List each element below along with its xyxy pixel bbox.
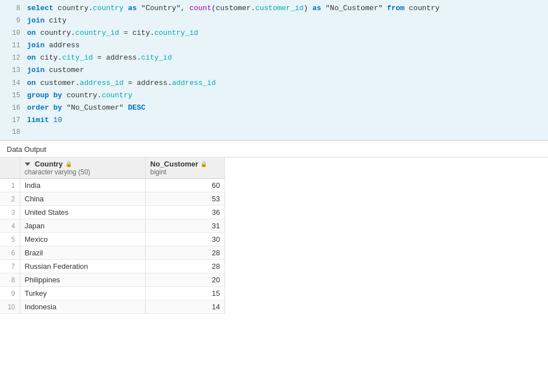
no-customer-value: 31 [146,219,225,233]
table-row: 7Russian Federation28 [0,260,225,273]
row-number-header [0,157,20,179]
column-type: bigint [150,168,220,176]
table-row: 8Philippines20 [0,273,225,287]
table-row: 3United States36 [0,206,225,219]
no-customer-value: 53 [146,192,225,206]
data-table-wrapper[interactable]: Country🔒character varying (50)No_Custome… [0,157,548,314]
row-index: 5 [0,233,20,246]
code-line-9: 9join city [0,15,548,27]
column-header-country[interactable]: Country🔒character varying (50) [20,157,145,179]
country-value: Indonesia [20,300,145,314]
code-line-13: 13join customer [0,64,548,76]
line-number: 17 [5,115,20,126]
code-line-11: 11join address [0,39,548,52]
row-index: 4 [0,219,20,233]
row-index: 1 [0,179,20,192]
data-output-label: Data Output [0,141,548,157]
country-value: Brazil [20,246,145,260]
lock-icon: 🔒 [65,161,72,167]
country-value: Turkey [20,287,145,300]
no-customer-value: 36 [146,206,225,219]
no-customer-value: 28 [146,246,225,260]
code-line-14: 14on customer.address_id = address.addre… [0,77,548,89]
column-type: character varying (50) [25,168,141,176]
country-value: China [20,192,145,206]
line-content: join address [27,39,80,52]
no-customer-value: 28 [146,260,225,273]
column-name: Country [35,160,63,168]
editor-area: 8select country.country as "Country", co… [0,0,548,141]
line-number: 12 [5,52,20,64]
line-content: on country.country_id = city.country_id [27,27,198,39]
column-name: No_Customer [150,160,198,168]
country-value: India [20,179,145,192]
no-customer-value: 14 [146,300,225,314]
table-row: 9Turkey15 [0,287,225,300]
line-content: join city [27,15,66,27]
line-number: 9 [5,15,20,26]
no-customer-value: 15 [146,287,225,300]
row-index: 9 [0,287,20,300]
table-row: 10Indonesia14 [0,300,225,314]
table-row: 6Brazil28 [0,246,225,260]
table-row: 5Mexico30 [0,233,225,246]
line-content: group by country.country [27,89,132,102]
country-value: Philippines [20,273,145,287]
row-index: 10 [0,300,20,314]
table-row: 1India60 [0,179,225,192]
line-content: on city.city_id = address.city_id [27,52,172,64]
row-index: 2 [0,192,20,206]
code-line-18: 18 [0,127,548,138]
table-row: 4Japan31 [0,219,225,233]
table-row: 2China53 [0,192,225,206]
code-line-10: 10on country.country_id = city.country_i… [0,27,548,39]
line-content: on customer.address_id = address.address… [27,77,215,89]
line-content: limit 10 [27,114,62,127]
code-line-12: 12on city.city_id = address.city_id [0,52,548,64]
line-number: 10 [5,28,20,39]
column-header-no_customer[interactable]: No_Customer🔒bigint [146,157,225,179]
row-index: 3 [0,206,20,219]
country-value: Mexico [20,233,145,246]
line-number: 8 [5,3,20,14]
code-line-8: 8select country.country as "Country", co… [0,2,548,15]
line-number: 14 [5,78,20,89]
code-line-17: 17limit 10 [0,114,548,127]
line-number: 16 [5,102,20,114]
line-content: join customer [27,64,84,76]
result-table: Country🔒character varying (50)No_Custome… [0,157,225,314]
line-number: 13 [5,65,20,76]
row-index: 8 [0,273,20,287]
country-value: Russian Federation [20,260,145,273]
row-index: 6 [0,246,20,260]
code-line-15: 15group by country.country [0,89,548,102]
line-number: 11 [5,40,20,51]
no-customer-value: 60 [146,179,225,192]
sort-asc-icon [25,163,30,166]
line-content: select country.country as "Country", cou… [27,2,439,15]
line-number: 18 [5,127,20,138]
lock-icon: 🔒 [200,161,207,167]
data-output-section: Data Output Country🔒character varying (5… [0,141,548,314]
line-content: order by "No_Customer" DESC [27,102,146,114]
country-value: Japan [20,219,145,233]
row-index: 7 [0,260,20,273]
code-line-16: 16order by "No_Customer" DESC [0,102,548,114]
no-customer-value: 30 [146,233,225,246]
no-customer-value: 20 [146,273,225,287]
line-number: 15 [5,90,20,101]
country-value: United States [20,206,145,219]
